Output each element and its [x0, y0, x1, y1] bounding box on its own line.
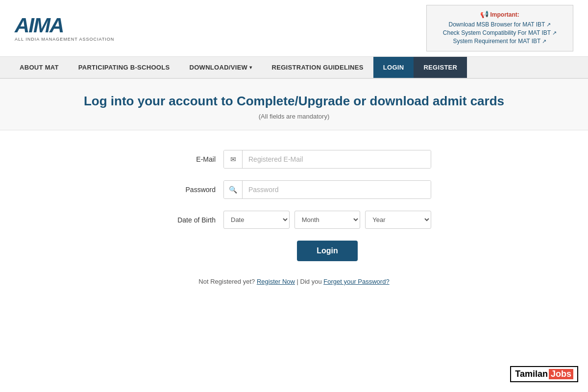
date-select[interactable]: Date123456789101112131415161718192021222…	[223, 211, 290, 229]
login-button-row: Login	[157, 241, 431, 261]
email-input[interactable]	[243, 150, 431, 168]
forgot-password-link[interactable]: Forget your Password?	[323, 278, 389, 285]
system-requirement-link[interactable]: System Requirement for MAT IBT	[435, 38, 565, 45]
header: AIMA ALL INDIA MANAGEMENT ASSOCIATION 📢 …	[0, 0, 588, 57]
not-registered-text: Not Registered yet?	[198, 278, 255, 285]
dob-label: Date of Birth	[157, 216, 216, 224]
page-title: Log into your account to Complete/Upgrad…	[10, 94, 578, 109]
form-area: E-Mail ✉ Password 🔍 Date of Birth Date12…	[0, 130, 588, 310]
page-subtitle: (All fields are mandatory)	[10, 113, 578, 120]
password-icon: 🔍	[224, 181, 243, 198]
register-now-link[interactable]: Register Now	[257, 278, 295, 285]
important-box: 📢 Important: Download MSB Browser for MA…	[426, 5, 573, 51]
nav-download-view[interactable]: DOWNLOAD/VIEW ▾	[179, 57, 262, 78]
year-select[interactable]: Year198019811982198319841985198619871988…	[365, 211, 431, 229]
nav-register[interactable]: REGISTER	[414, 57, 467, 78]
email-row: E-Mail ✉	[157, 150, 431, 169]
email-icon: ✉	[224, 150, 243, 168]
navbar: ABOUT MAT PARTICIPATING B-SCHOOLS DOWNLO…	[0, 57, 588, 79]
page-heading-area: Log into your account to Complete/Upgrad…	[0, 79, 588, 130]
separator-text: | Did you	[297, 278, 324, 285]
logo-sub: ALL INDIA MANAGEMENT ASSOCIATION	[15, 37, 114, 42]
nav-login[interactable]: LOGIN	[373, 57, 414, 78]
nav-participating-bschools[interactable]: PARTICIPATING B-SCHOOLS	[69, 57, 180, 78]
dropdown-arrow-icon: ▾	[249, 65, 252, 70]
password-input[interactable]	[243, 181, 431, 198]
login-button[interactable]: Login	[297, 241, 358, 261]
logo-text: AIMA	[15, 15, 63, 36]
dob-selects: Date123456789101112131415161718192021222…	[223, 211, 431, 229]
password-input-group: 🔍	[223, 180, 431, 199]
msb-browser-link[interactable]: Download MSB Browser for MAT IBT	[435, 21, 565, 28]
important-icon: 📢	[480, 10, 489, 18]
email-input-group: ✉	[223, 150, 431, 169]
important-title: 📢 Important:	[435, 10, 565, 18]
month-select[interactable]: MonthJanuaryFebruaryMarchAprilMayJuneJul…	[294, 211, 361, 229]
nav-about-mat[interactable]: ABOUT MAT	[10, 57, 69, 78]
system-compatibility-link[interactable]: Check System Compatibility For MAT IBT	[435, 29, 565, 36]
password-row: Password 🔍	[157, 180, 431, 199]
logo-area: AIMA ALL INDIA MANAGEMENT ASSOCIATION	[15, 15, 114, 42]
email-label: E-Mail	[157, 155, 216, 163]
nav-registration-guidelines[interactable]: REGISTRATION GUIDELINES	[262, 57, 373, 78]
footer-links: Not Registered yet? Register Now | Did y…	[198, 273, 389, 295]
dob-row: Date of Birth Date1234567891011121314151…	[157, 211, 431, 229]
password-label: Password	[157, 186, 216, 194]
